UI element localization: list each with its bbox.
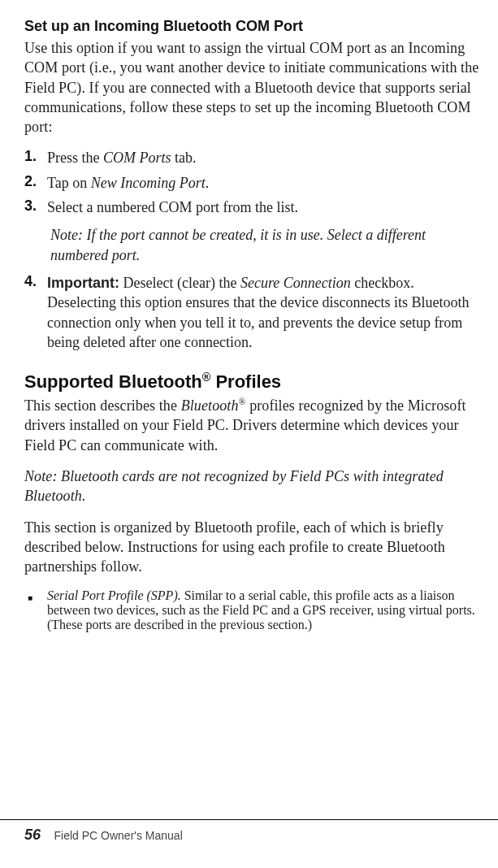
step-4-ital: Secure Connection: [240, 275, 351, 291]
heading-supported-profiles: Supported Bluetooth® Profiles: [24, 371, 482, 393]
step-3-note: Note: If the port cannot be created, it …: [50, 225, 482, 265]
step-4-pre: Deselect (clear) the: [119, 275, 240, 291]
step-2-ital: New Incoming Port: [91, 175, 206, 191]
step-1-number: 1.: [24, 148, 47, 165]
step-4: 4. Important: Deselect (clear) the Secur…: [24, 273, 482, 352]
bullet-icon: ■: [24, 588, 47, 608]
profiles-bullet-list: ■ Serial Port Profile (SPP). Similar to …: [24, 588, 482, 632]
heading-profiles-a: Supported Bluetooth: [24, 371, 202, 392]
intro-paragraph: Use this option if you want to assign th…: [24, 38, 482, 137]
p1-mark: ®: [239, 397, 246, 407]
step-1: 1. Press the COM Ports tab.: [24, 148, 482, 167]
step-4-important: Important:: [47, 275, 119, 291]
heading-profiles-b: Profiles: [210, 371, 281, 392]
step-3-number: 3.: [24, 197, 47, 215]
setup-steps-list: 1. Press the COM Ports tab. 2. Tap on Ne…: [24, 148, 482, 217]
step-1-post: tab.: [171, 150, 197, 166]
bullet-spp-ital: Serial Port Profile (SPP).: [47, 588, 181, 602]
step-1-text: Press the COM Ports tab.: [47, 148, 482, 167]
profiles-paragraph-1: This section describes the Bluetooth® pr…: [24, 396, 482, 455]
bullet-spp-text: Serial Port Profile (SPP). Similar to a …: [47, 588, 482, 632]
step-2-number: 2.: [24, 173, 47, 190]
step-2-pre: Tap on: [47, 175, 91, 191]
heading-profiles-mark: ®: [202, 371, 211, 384]
page-number: 56: [24, 827, 41, 843]
step-2-post: .: [206, 175, 210, 191]
step-4-number: 4.: [24, 273, 47, 290]
step-2: 2. Tap on New Incoming Port.: [24, 173, 482, 193]
profiles-note: Note: Bluetooth cards are not recognized…: [24, 467, 482, 506]
step-3-text: Select a numbered COM port from the list…: [47, 197, 482, 217]
profiles-paragraph-3: This section is organized by Bluetooth p…: [24, 518, 482, 577]
footer-source: Field PC Owner's Manual: [54, 829, 182, 842]
step-1-pre: Press the: [47, 150, 103, 166]
setup-steps-list-cont: 4. Important: Deselect (clear) the Secur…: [24, 273, 482, 352]
step-2-text: Tap on New Incoming Port.: [47, 173, 482, 193]
p1-ital: Bluetooth®: [181, 397, 246, 414]
step-3: 3. Select a numbered COM port from the l…: [24, 197, 482, 217]
page-footer: 56 Field PC Owner's Manual: [0, 819, 498, 844]
bullet-spp: ■ Serial Port Profile (SPP). Similar to …: [24, 588, 482, 632]
step-4-text: Important: Deselect (clear) the Secure C…: [47, 273, 482, 352]
p1-a: This section describes the: [24, 397, 181, 414]
heading-setup-com-port: Set up an Incoming Bluetooth COM Port: [24, 18, 482, 35]
step-1-ital: COM Ports: [103, 150, 171, 166]
